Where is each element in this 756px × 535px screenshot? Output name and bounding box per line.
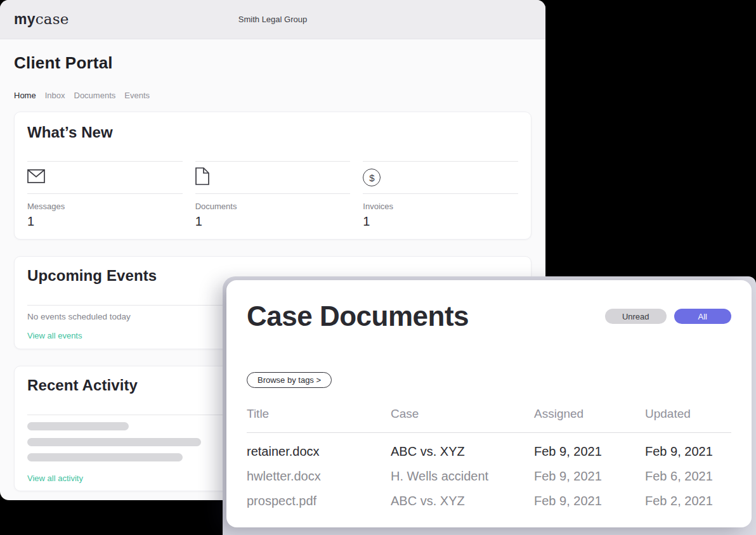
doc-updated: Feb 9, 2021 — [645, 444, 731, 459]
nav-item-events[interactable]: Events — [124, 91, 150, 100]
table-body: retainer.docx ABC vs. XYZ Feb 9, 2021 Fe… — [247, 439, 731, 513]
table-row[interactable]: retainer.docx ABC vs. XYZ Feb 9, 2021 Fe… — [247, 439, 731, 464]
stat-label: Invoices — [363, 202, 518, 211]
whats-new-title: What’s New — [27, 124, 518, 141]
doc-assigned: Feb 9, 2021 — [534, 494, 645, 508]
doc-assigned: Feb 9, 2021 — [534, 469, 645, 484]
stat-label: Messages — [27, 202, 183, 211]
column-header-case[interactable]: Case — [391, 407, 534, 421]
divider — [363, 193, 518, 194]
doc-title[interactable]: hwletter.docx — [247, 469, 391, 484]
topbar: mycase Smith Legal Group — [0, 0, 545, 39]
portal-nav: Home Inbox Documents Events — [14, 91, 531, 100]
activity-skeleton-bar — [27, 422, 129, 430]
whats-new-card: What’s New Messages 1 — [14, 112, 531, 240]
browse-by-tags-button[interactable]: Browse by tags > — [247, 372, 332, 388]
divider — [27, 193, 183, 194]
doc-title[interactable]: retainer.docx — [247, 444, 391, 459]
activity-skeleton-bar — [27, 438, 201, 446]
nav-item-documents[interactable]: Documents — [74, 91, 116, 100]
doc-case: ABC vs. XYZ — [391, 444, 534, 459]
stat-invoices[interactable]: $ Invoices 1 — [363, 161, 518, 229]
table-header-row: Title Case Assigned Updated — [247, 407, 731, 433]
case-documents-title: Case Documents — [247, 299, 469, 333]
nav-item-home[interactable]: Home — [14, 91, 36, 100]
dollar-icon: $ — [363, 169, 381, 186]
column-header-assigned[interactable]: Assigned — [534, 407, 645, 421]
view-all-events-link[interactable]: View all events — [27, 331, 82, 340]
stat-label: Documents — [195, 202, 351, 211]
doc-updated: Feb 6, 2021 — [645, 469, 731, 484]
filter-unread-button[interactable]: Unread — [605, 309, 667, 324]
stat-value: 1 — [363, 214, 518, 229]
activity-skeleton-bar — [27, 453, 183, 461]
doc-case: H. Wells accident — [391, 469, 534, 484]
table-row[interactable]: hwletter.docx H. Wells accident Feb 9, 2… — [247, 464, 731, 489]
firm-name: Smith Legal Group — [0, 15, 545, 24]
view-all-activity-link[interactable]: View all activity — [27, 474, 83, 483]
envelope-icon — [27, 169, 45, 186]
stat-messages[interactable]: Messages 1 — [27, 161, 183, 229]
doc-updated: Feb 2, 2021 — [645, 494, 731, 508]
doc-assigned: Feb 9, 2021 — [534, 444, 645, 459]
divider — [195, 193, 351, 194]
nav-item-inbox[interactable]: Inbox — [45, 91, 65, 100]
document-icon — [195, 167, 209, 188]
stat-documents[interactable]: Documents 1 — [195, 161, 351, 229]
stat-value: 1 — [195, 214, 351, 229]
column-header-updated[interactable]: Updated — [645, 407, 731, 421]
stat-value: 1 — [27, 214, 183, 229]
case-documents-panel: Case Documents Unread All Browse by tags… — [226, 280, 752, 527]
documents-table: Title Case Assigned Updated retainer.doc… — [247, 407, 731, 513]
filter-group: Unread All — [605, 309, 731, 324]
case-documents-header: Case Documents Unread All — [247, 299, 731, 333]
page-title: Client Portal — [14, 53, 531, 73]
filter-all-button[interactable]: All — [674, 309, 731, 324]
column-header-title[interactable]: Title — [247, 407, 391, 421]
whats-new-stats: Messages 1 Documents — [27, 161, 518, 229]
table-row[interactable]: prospect.pdf ABC vs. XYZ Feb 9, 2021 Feb… — [247, 489, 731, 513]
doc-title[interactable]: prospect.pdf — [247, 494, 391, 508]
dollar-glyph: $ — [369, 172, 374, 183]
doc-case: ABC vs. XYZ — [391, 494, 534, 508]
